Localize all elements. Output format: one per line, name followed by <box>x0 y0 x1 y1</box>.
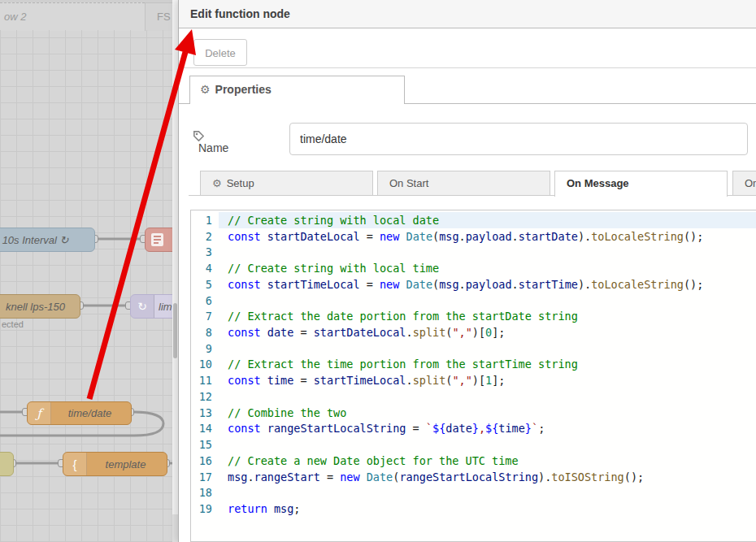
code-line: 2const startDateLocal = new Date(msg.pay… <box>191 228 756 245</box>
node-label: 10s Interval ↻ <box>0 228 94 251</box>
code-line: 13// Combine the two <box>191 405 756 421</box>
scrollbar-corner <box>172 514 178 542</box>
toolbar-divider <box>179 67 756 68</box>
code-line: 14const rangeStartLocalString = `${date}… <box>191 420 756 436</box>
code-line: 7// Extract the date portion from the st… <box>191 308 756 324</box>
node-inject-10s-interval[interactable]: 10s Interval ↻ <box>0 228 95 252</box>
node-status-text: ected <box>2 319 24 329</box>
node-partial-left[interactable] <box>0 452 14 476</box>
properties-tab-label: Properties <box>215 83 272 96</box>
delete-button[interactable]: Delete <box>193 39 247 66</box>
code-line: 18 <box>191 484 756 501</box>
gear-icon: ⚙ <box>212 177 222 189</box>
tab-label: On Start <box>389 177 428 189</box>
code-line: 8const date = startDateLocal.split(",")[… <box>191 324 756 340</box>
tab-on-start[interactable]: On Start <box>377 171 550 196</box>
form-widget-icon <box>150 232 164 247</box>
code-line: 10// Extract the time portion from the s… <box>191 356 756 372</box>
node-template[interactable]: { template <box>63 452 167 476</box>
code-line: 9 <box>191 340 756 357</box>
tray-header: Edit function node <box>179 0 756 28</box>
tab-label: On Message <box>567 177 629 189</box>
name-label-text: Name <box>198 141 228 154</box>
tab-label: On Stop <box>745 177 756 189</box>
node-label: time/date <box>28 402 131 424</box>
code-editor[interactable]: 1// Create string with local date2const … <box>190 210 756 542</box>
gear-icon: ⚙ <box>200 83 211 96</box>
tab-on-message[interactable]: On Message <box>554 171 728 197</box>
scrollbar-thumb[interactable] <box>173 303 177 358</box>
code-line: 3 <box>191 244 756 260</box>
node-label: knell lps-150 <box>0 295 80 318</box>
node-function-time-date[interactable]: ƒ time/date <box>27 401 132 425</box>
code-line: 5const startTimeLocal = new Date(msg.pay… <box>191 276 756 293</box>
code-line: 16// Create a new Date object for the UT… <box>191 453 756 469</box>
node-delay-limit[interactable]: ↻ lim <box>130 294 172 319</box>
tab-label: Setup <box>227 177 254 189</box>
node-label: lim <box>131 295 172 318</box>
node-serial-lps150[interactable]: knell lps-150 <box>0 294 80 319</box>
code-line: 19return msg; <box>191 501 756 517</box>
canvas-vertical-scrollbar <box>172 0 178 542</box>
dialog-title: Edit function node <box>190 0 290 28</box>
flow-canvas: ow 2 FS 10s Interval ↻ <box>0 0 172 542</box>
tab-setup[interactable]: ⚙Setup <box>200 171 373 196</box>
node-dashboard-widget[interactable] <box>145 228 172 252</box>
code-line: 1// Create string with local date <box>191 212 756 228</box>
edit-tray: Edit function node Delete ⚙Properties Na… <box>178 0 756 542</box>
node-label: template <box>63 453 167 475</box>
node-red-editor: ow 2 FS 10s Interval ↻ <box>0 0 756 542</box>
code-line: 12 <box>191 388 756 405</box>
name-input[interactable] <box>289 123 748 155</box>
name-field-label: Name <box>193 131 228 154</box>
code-line: 4// Create string with local time <box>191 260 756 276</box>
tab-properties[interactable]: ⚙Properties <box>189 76 405 104</box>
tag-icon <box>193 131 228 141</box>
code-line: 17msg.rangeStart = new Date(rangeStartLo… <box>191 469 756 485</box>
tab-on-stop[interactable]: On Stop <box>732 171 756 196</box>
code-line: 6 <box>191 293 756 309</box>
code-line: 11const time = startTimeLocal.split(",")… <box>191 372 756 388</box>
code-line: 15 <box>191 436 756 453</box>
